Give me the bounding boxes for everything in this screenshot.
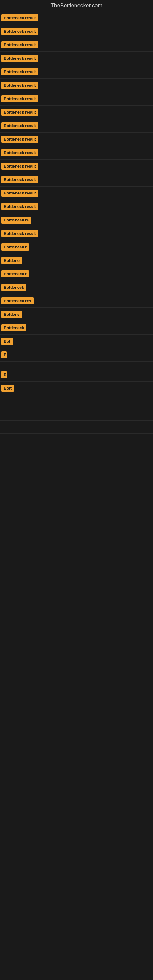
- bottleneck-result-label: Bot: [1, 338, 13, 345]
- list-item: Bottleneck result: [0, 38, 153, 52]
- list-item: [0, 421, 153, 427]
- list-item: Bottleneck result: [0, 133, 153, 146]
- bottleneck-result-label: Bottleneck result: [1, 95, 38, 102]
- list-item: Bottleneck res: [0, 294, 153, 308]
- bottleneck-result-label: Bottleneck result: [1, 28, 38, 35]
- list-item: Bottleneck result: [0, 186, 153, 200]
- list-item: Bottleneck: [0, 281, 153, 294]
- bottleneck-result-label: Bottleneck result: [1, 109, 38, 116]
- list-item: Bottleneck result: [0, 65, 153, 79]
- list-item: Bottleneck: [0, 321, 153, 335]
- list-item: B: [0, 368, 153, 382]
- bottleneck-result-label: Bottlens: [1, 311, 22, 318]
- list-item: Bottleneck result: [0, 146, 153, 159]
- bottleneck-result-label: Bottleneck re: [1, 216, 31, 224]
- site-title: TheBottlenecker.com: [0, 0, 153, 11]
- bottleneck-result-label: Bottleneck result: [1, 230, 38, 237]
- bottleneck-result-label: Bottleneck result: [1, 149, 38, 156]
- bottleneck-result-label: Bottleneck result: [1, 68, 38, 75]
- list-item: [0, 427, 153, 434]
- bottleneck-result-label: Bottleneck: [1, 324, 26, 331]
- bottleneck-result-label: Bottleneck res: [1, 298, 33, 304]
- bottleneck-result-label: Bottleneck result: [1, 176, 38, 183]
- bottleneck-result-label: Bottleneck result: [1, 55, 38, 62]
- list-item: Bottleneck re: [0, 213, 153, 227]
- list-item: B: [0, 348, 153, 362]
- bottleneck-result-label: Bottlene: [1, 257, 22, 264]
- list-item: [0, 408, 153, 414]
- list-item: Bottleneck result: [0, 227, 153, 240]
- bottleneck-result-label: Bottleneck: [1, 284, 26, 291]
- list-item: Bottleneck result: [0, 173, 153, 186]
- bottleneck-result-label: B: [1, 371, 7, 378]
- bottleneck-result-label: Bottleneck result: [1, 136, 38, 143]
- list-item: Bottleneck r: [0, 267, 153, 281]
- bottleneck-result-label: Bottleneck result: [1, 122, 38, 129]
- bottleneck-result-label: B: [1, 351, 7, 358]
- list-item: [0, 401, 153, 408]
- list-item: Bottleneck result: [0, 119, 153, 133]
- list-item: Bott: [0, 382, 153, 395]
- list-item: [0, 414, 153, 421]
- list-item: Bottlene: [0, 254, 153, 267]
- list-item: Bottleneck result: [0, 106, 153, 119]
- bottleneck-result-label: Bottleneck result: [1, 41, 38, 48]
- list-item: Bot: [0, 335, 153, 348]
- list-item: [0, 395, 153, 401]
- list-item: Bottleneck result: [0, 92, 153, 106]
- bottleneck-result-label: Bott: [1, 385, 14, 392]
- bottleneck-result-label: Bottleneck result: [1, 14, 38, 21]
- list-item: Bottleneck result: [0, 159, 153, 173]
- list-item: [0, 362, 153, 368]
- list-item: Bottlens: [0, 308, 153, 321]
- bottleneck-result-label: Bottleneck result: [1, 189, 38, 197]
- bottleneck-result-label: Bottleneck r: [1, 270, 29, 277]
- list-item: Bottleneck result: [0, 11, 153, 25]
- bottleneck-result-label: Bottleneck r: [1, 243, 29, 250]
- bottleneck-result-label: Bottleneck result: [1, 162, 38, 170]
- list-item: Bottleneck result: [0, 25, 153, 38]
- list-item: Bottleneck r: [0, 240, 153, 254]
- list-item: Bottleneck result: [0, 52, 153, 65]
- bottleneck-result-label: Bottleneck result: [1, 203, 38, 210]
- list-item: Bottleneck result: [0, 79, 153, 92]
- bottleneck-result-label: Bottleneck result: [1, 82, 38, 89]
- list-item: Bottleneck result: [0, 200, 153, 213]
